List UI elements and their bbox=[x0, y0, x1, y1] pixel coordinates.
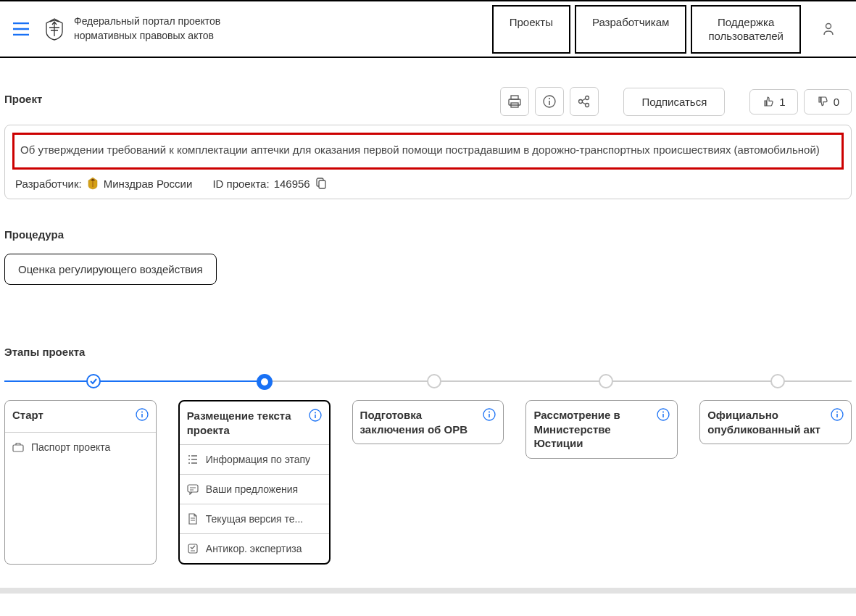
thumbs-down-icon bbox=[816, 96, 828, 107]
info-icon[interactable] bbox=[483, 408, 496, 421]
stage-sub-label: Паспорт проекта bbox=[31, 441, 110, 453]
procedure-section-label: Процедура bbox=[4, 228, 852, 241]
svg-point-0 bbox=[826, 24, 831, 29]
share-button[interactable] bbox=[570, 87, 599, 116]
project-title: Об утверждении требований к комплектации… bbox=[12, 133, 844, 170]
list-icon bbox=[187, 454, 199, 465]
project-meta: Разработчик: Минздрав России ID проекта:… bbox=[12, 172, 844, 191]
stage-header-published: Официально опубликованный акт bbox=[700, 401, 851, 444]
project-id-value: 146956 bbox=[274, 178, 310, 190]
stage-card-orv[interactable]: Подготовка заключения об ОРВ bbox=[352, 400, 504, 444]
stages-section: Этапы проекта Старт bbox=[4, 346, 852, 565]
site-title-line2: нормативных правовых актов bbox=[74, 29, 220, 43]
svg-rect-16 bbox=[188, 485, 198, 492]
nav-developers-button[interactable]: Разработчикам bbox=[575, 5, 686, 54]
stage-sub-proposals[interactable]: Ваши предложения bbox=[180, 475, 329, 504]
svg-point-12 bbox=[141, 412, 143, 413]
stages-section-label: Этапы проекта bbox=[4, 346, 852, 358]
review-icon bbox=[187, 543, 199, 554]
stage-card-text[interactable]: Размещение текста проекта Информация по … bbox=[178, 400, 331, 565]
subscribe-button[interactable]: Подписаться bbox=[623, 88, 725, 116]
nav-support-button[interactable]: Поддержка пользователей bbox=[691, 5, 801, 54]
svg-rect-10 bbox=[319, 180, 325, 188]
dislike-button[interactable]: 0 bbox=[804, 89, 852, 115]
document-icon bbox=[187, 513, 199, 525]
stage-sub-label: Антикор. экспертиза bbox=[206, 543, 302, 554]
nav-support-line2: пользователей bbox=[708, 29, 784, 43]
svg-rect-13 bbox=[13, 445, 23, 451]
stage-sub-label: Текущая версия те... bbox=[206, 513, 303, 525]
stage-sub-label: Ваши предложения bbox=[206, 483, 298, 495]
project-section-label: Проект bbox=[4, 93, 42, 105]
timeline-node-current[interactable] bbox=[257, 374, 273, 390]
info-icon[interactable] bbox=[831, 408, 844, 421]
info-button[interactable] bbox=[535, 87, 564, 116]
message-icon bbox=[187, 483, 199, 495]
stage-title: Официально опубликованный акт bbox=[707, 408, 826, 436]
procedure-value[interactable]: Оценка регулирующего воздействия bbox=[4, 254, 217, 285]
project-card: Об утверждении требований к комплектации… bbox=[4, 125, 852, 199]
thumbs-up-icon bbox=[762, 96, 773, 107]
nav-buttons: Проекты Разработчикам Поддержка пользова… bbox=[492, 5, 801, 54]
timeline bbox=[4, 372, 852, 390]
svg-point-23 bbox=[836, 412, 838, 413]
timeline-node-4[interactable] bbox=[599, 374, 613, 388]
ministry-emblem-icon bbox=[86, 177, 99, 190]
stage-card-published[interactable]: Официально опубликованный акт bbox=[699, 400, 852, 444]
stage-title: Размещение текста проекта bbox=[187, 409, 304, 437]
briefcase-icon bbox=[12, 441, 24, 453]
svg-rect-17 bbox=[188, 544, 197, 553]
stage-title: Старт bbox=[12, 408, 43, 423]
timeline-line-active bbox=[4, 380, 265, 382]
stage-sub-anticorruption[interactable]: Антикор. экспертиза bbox=[180, 534, 329, 563]
timeline-node-3[interactable] bbox=[427, 374, 441, 388]
stage-title: Рассмотрение в Министерстве Юстиции bbox=[533, 408, 652, 451]
project-actions: Подписаться 1 0 bbox=[500, 87, 852, 116]
svg-point-15 bbox=[315, 412, 316, 414]
stage-sub-passport[interactable]: Паспорт проекта bbox=[5, 433, 156, 462]
timeline-node-5[interactable] bbox=[770, 374, 785, 388]
stage-title: Подготовка заключения об ОРВ bbox=[360, 408, 479, 436]
developer-row: Разработчик: Минздрав России bbox=[15, 177, 192, 190]
stage-header-text: Размещение текста проекта bbox=[180, 401, 329, 445]
info-icon[interactable] bbox=[136, 408, 149, 421]
svg-point-21 bbox=[662, 412, 664, 413]
stage-header-justice: Рассмотрение в Министерстве Юстиции bbox=[526, 401, 677, 458]
svg-point-7 bbox=[579, 100, 583, 104]
site-title-line1: Федеральный портал проектов bbox=[74, 14, 220, 29]
menu-icon[interactable] bbox=[7, 17, 35, 41]
svg-point-19 bbox=[489, 412, 490, 413]
state-emblem-icon bbox=[43, 17, 65, 41]
project-header-row: Проект Подписаться 1 0 bbox=[4, 87, 852, 116]
stage-header-start: Старт bbox=[5, 401, 156, 433]
stage-sub-version[interactable]: Текущая версия те... bbox=[180, 504, 329, 534]
svg-point-8 bbox=[586, 104, 589, 107]
stage-sub-info[interactable]: Информация по этапу bbox=[180, 445, 329, 475]
copy-icon[interactable] bbox=[315, 177, 328, 190]
stage-header-orv: Подготовка заключения об ОРВ bbox=[353, 401, 504, 444]
dislike-count: 0 bbox=[834, 96, 839, 108]
stage-sub-label: Информация по этапу bbox=[206, 454, 310, 465]
developer-label: Разработчик: bbox=[15, 178, 82, 190]
project-id-label: ID проекта: bbox=[212, 178, 269, 190]
timeline-node-done[interactable] bbox=[86, 374, 101, 388]
like-count: 1 bbox=[779, 96, 785, 108]
svg-point-6 bbox=[586, 96, 589, 100]
site-title: Федеральный портал проектов нормативных … bbox=[74, 14, 220, 43]
scrollbar[interactable] bbox=[0, 588, 856, 594]
stage-cards: Старт Паспорт проекта Размещение текста … bbox=[4, 400, 852, 565]
user-icon[interactable] bbox=[823, 22, 834, 36]
svg-point-5 bbox=[549, 98, 550, 99]
like-button[interactable]: 1 bbox=[749, 89, 797, 115]
project-id-row: ID проекта: 146956 bbox=[212, 177, 327, 190]
top-bar: Федеральный портал проектов нормативных … bbox=[0, 0, 856, 58]
developer-name: Минздрав России bbox=[104, 178, 193, 190]
info-icon[interactable] bbox=[657, 408, 670, 421]
info-icon[interactable] bbox=[309, 409, 322, 422]
stage-card-start[interactable]: Старт Паспорт проекта bbox=[4, 400, 157, 565]
nav-support-line1: Поддержка bbox=[708, 15, 784, 30]
svg-rect-1 bbox=[511, 96, 518, 99]
print-button[interactable] bbox=[500, 87, 529, 116]
stage-card-justice[interactable]: Рассмотрение в Министерстве Юстиции bbox=[525, 400, 678, 459]
nav-projects-button[interactable]: Проекты bbox=[492, 5, 570, 54]
